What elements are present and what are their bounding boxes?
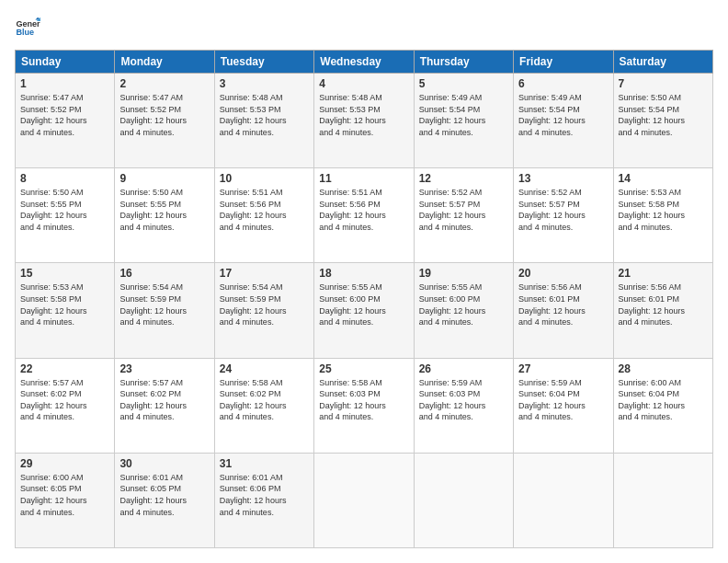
calendar-cell: 17Sunrise: 5:54 AMSunset: 5:59 PMDayligh… <box>214 263 313 358</box>
day-detail: Sunrise: 5:47 AMSunset: 5:52 PMDaylight:… <box>119 93 187 137</box>
day-detail: Sunrise: 5:54 AMSunset: 5:59 PMDaylight:… <box>119 282 187 327</box>
header-sunday: Sunday <box>16 51 115 74</box>
day-number: 20 <box>518 267 608 280</box>
day-detail: Sunrise: 6:01 AMSunset: 6:06 PMDaylight:… <box>220 473 287 517</box>
day-number: 30 <box>119 457 209 470</box>
day-number: 14 <box>619 172 708 185</box>
day-number: 25 <box>319 362 408 375</box>
calendar-cell: 10Sunrise: 5:51 AMSunset: 5:56 PMDayligh… <box>214 168 313 263</box>
week-row-4: 22Sunrise: 5:57 AMSunset: 6:02 PMDayligh… <box>16 358 713 453</box>
calendar-cell <box>514 453 613 547</box>
calendar-cell: 14Sunrise: 5:53 AMSunset: 5:58 PMDayligh… <box>613 168 712 263</box>
day-detail: Sunrise: 6:00 AMSunset: 6:05 PMDaylight:… <box>20 473 87 517</box>
week-row-2: 8Sunrise: 5:50 AMSunset: 5:55 PMDaylight… <box>16 168 713 263</box>
calendar-cell: 19Sunrise: 5:55 AMSunset: 6:00 PMDayligh… <box>414 263 513 358</box>
day-detail: Sunrise: 5:52 AMSunset: 5:57 PMDaylight:… <box>518 188 586 232</box>
day-detail: Sunrise: 5:49 AMSunset: 5:54 PMDaylight:… <box>518 93 586 137</box>
logo-icon: General Blue <box>15 15 40 40</box>
calendar-cell: 20Sunrise: 5:56 AMSunset: 6:01 PMDayligh… <box>514 263 613 358</box>
day-number: 6 <box>518 77 608 90</box>
day-number: 18 <box>319 267 408 280</box>
day-number: 27 <box>518 362 608 375</box>
day-detail: Sunrise: 5:54 AMSunset: 5:59 PMDaylight:… <box>220 282 287 327</box>
week-row-5: 29Sunrise: 6:00 AMSunset: 6:05 PMDayligh… <box>16 453 713 547</box>
header-monday: Monday <box>115 51 214 74</box>
svg-text:General: General <box>16 19 40 29</box>
day-detail: Sunrise: 5:55 AMSunset: 6:00 PMDaylight:… <box>419 282 486 327</box>
day-detail: Sunrise: 5:59 AMSunset: 6:04 PMDaylight:… <box>518 378 586 422</box>
header-wednesday: Wednesday <box>314 51 414 74</box>
week-row-3: 15Sunrise: 5:53 AMSunset: 5:58 PMDayligh… <box>16 263 713 358</box>
calendar-cell: 22Sunrise: 5:57 AMSunset: 6:02 PMDayligh… <box>16 358 115 453</box>
day-detail: Sunrise: 5:53 AMSunset: 5:58 PMDaylight:… <box>20 282 87 327</box>
calendar-cell: 24Sunrise: 5:58 AMSunset: 6:02 PMDayligh… <box>214 358 313 453</box>
calendar-cell: 21Sunrise: 5:56 AMSunset: 6:01 PMDayligh… <box>613 263 712 358</box>
calendar-cell: 8Sunrise: 5:50 AMSunset: 5:55 PMDaylight… <box>16 168 115 263</box>
calendar-cell <box>414 453 513 547</box>
calendar-cell: 26Sunrise: 5:59 AMSunset: 6:03 PMDayligh… <box>414 358 513 453</box>
calendar-cell <box>314 453 414 547</box>
day-number: 21 <box>619 267 708 280</box>
calendar-cell <box>613 453 712 547</box>
calendar-cell: 7Sunrise: 5:50 AMSunset: 5:54 PMDaylight… <box>613 74 712 168</box>
day-detail: Sunrise: 5:50 AMSunset: 5:54 PMDaylight:… <box>619 93 686 137</box>
calendar-cell: 27Sunrise: 5:59 AMSunset: 6:04 PMDayligh… <box>514 358 613 453</box>
day-number: 8 <box>20 172 109 185</box>
calendar-cell: 28Sunrise: 6:00 AMSunset: 6:04 PMDayligh… <box>613 358 712 453</box>
calendar-cell: 11Sunrise: 5:51 AMSunset: 5:56 PMDayligh… <box>314 168 414 263</box>
day-number: 15 <box>20 267 109 280</box>
day-number: 19 <box>419 267 508 280</box>
day-detail: Sunrise: 6:00 AMSunset: 6:04 PMDaylight:… <box>619 378 686 422</box>
day-number: 31 <box>220 457 309 470</box>
day-detail: Sunrise: 5:50 AMSunset: 5:55 PMDaylight:… <box>119 188 187 232</box>
calendar-table: SundayMondayTuesdayWednesdayThursdayFrid… <box>15 50 713 548</box>
calendar-cell: 30Sunrise: 6:01 AMSunset: 6:05 PMDayligh… <box>115 453 214 547</box>
day-detail: Sunrise: 5:49 AMSunset: 5:54 PMDaylight:… <box>419 93 486 137</box>
day-number: 29 <box>20 457 109 470</box>
day-number: 12 <box>419 172 508 185</box>
calendar-cell: 4Sunrise: 5:48 AMSunset: 5:53 PMDaylight… <box>314 74 414 168</box>
day-detail: Sunrise: 5:51 AMSunset: 5:56 PMDaylight:… <box>220 188 287 232</box>
calendar-cell: 9Sunrise: 5:50 AMSunset: 5:55 PMDaylight… <box>115 168 214 263</box>
calendar-cell: 12Sunrise: 5:52 AMSunset: 5:57 PMDayligh… <box>414 168 513 263</box>
day-detail: Sunrise: 5:56 AMSunset: 6:01 PMDaylight:… <box>518 282 586 327</box>
day-number: 22 <box>20 362 109 375</box>
header-friday: Friday <box>514 51 613 74</box>
day-number: 11 <box>319 172 408 185</box>
day-detail: Sunrise: 5:59 AMSunset: 6:03 PMDaylight:… <box>419 378 486 422</box>
day-detail: Sunrise: 5:51 AMSunset: 5:56 PMDaylight:… <box>319 188 386 232</box>
day-number: 5 <box>419 77 508 90</box>
header-thursday: Thursday <box>414 51 513 74</box>
day-number: 3 <box>220 77 309 90</box>
week-row-1: 1Sunrise: 5:47 AMSunset: 5:52 PMDaylight… <box>16 74 713 168</box>
day-number: 17 <box>220 267 309 280</box>
calendar-cell: 31Sunrise: 6:01 AMSunset: 6:06 PMDayligh… <box>214 453 313 547</box>
header-saturday: Saturday <box>613 51 712 74</box>
calendar-cell: 5Sunrise: 5:49 AMSunset: 5:54 PMDaylight… <box>414 74 513 168</box>
day-number: 2 <box>119 77 209 90</box>
day-detail: Sunrise: 5:58 AMSunset: 6:02 PMDaylight:… <box>220 378 287 422</box>
day-number: 9 <box>119 172 209 185</box>
svg-text:Blue: Blue <box>16 28 34 37</box>
day-detail: Sunrise: 5:58 AMSunset: 6:03 PMDaylight:… <box>319 378 386 422</box>
calendar-cell: 6Sunrise: 5:49 AMSunset: 5:54 PMDaylight… <box>514 74 613 168</box>
calendar-cell: 23Sunrise: 5:57 AMSunset: 6:02 PMDayligh… <box>115 358 214 453</box>
day-number: 28 <box>619 362 708 375</box>
day-number: 7 <box>619 77 708 90</box>
calendar-cell: 29Sunrise: 6:00 AMSunset: 6:05 PMDayligh… <box>16 453 115 547</box>
day-detail: Sunrise: 5:52 AMSunset: 5:57 PMDaylight:… <box>419 188 486 232</box>
header: General Blue <box>15 15 713 40</box>
day-number: 24 <box>220 362 309 375</box>
calendar-cell: 15Sunrise: 5:53 AMSunset: 5:58 PMDayligh… <box>16 263 115 358</box>
day-detail: Sunrise: 5:56 AMSunset: 6:01 PMDaylight:… <box>619 282 686 327</box>
calendar-cell: 16Sunrise: 5:54 AMSunset: 5:59 PMDayligh… <box>115 263 214 358</box>
calendar-cell: 1Sunrise: 5:47 AMSunset: 5:52 PMDaylight… <box>16 74 115 168</box>
day-detail: Sunrise: 5:47 AMSunset: 5:52 PMDaylight:… <box>20 93 87 137</box>
day-detail: Sunrise: 5:48 AMSunset: 5:53 PMDaylight:… <box>220 93 287 137</box>
day-number: 26 <box>419 362 508 375</box>
day-detail: Sunrise: 5:53 AMSunset: 5:58 PMDaylight:… <box>619 188 686 232</box>
logo: General Blue <box>15 15 40 40</box>
day-detail: Sunrise: 6:01 AMSunset: 6:05 PMDaylight:… <box>119 473 187 517</box>
calendar-cell: 3Sunrise: 5:48 AMSunset: 5:53 PMDaylight… <box>214 74 313 168</box>
day-detail: Sunrise: 5:55 AMSunset: 6:00 PMDaylight:… <box>319 282 386 327</box>
